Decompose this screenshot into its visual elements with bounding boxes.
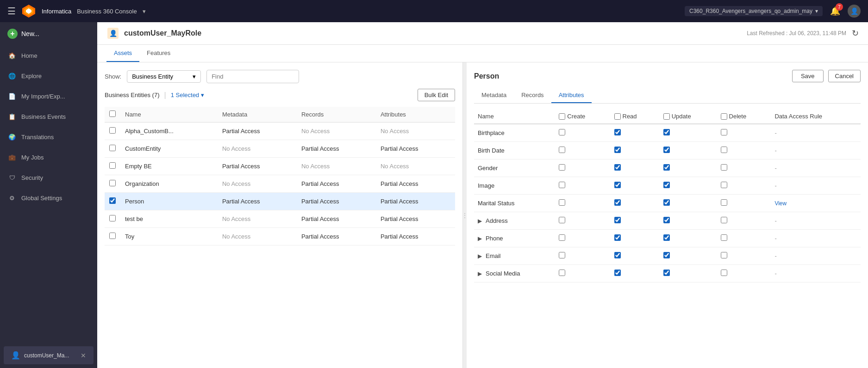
entity-attributes: Partial Access — [376, 228, 455, 245]
attr-delete-checkbox-social[interactable] — [721, 270, 727, 276]
attr-read-checkbox-marital[interactable] — [614, 199, 621, 206]
expand-arrow-icon[interactable]: ▶ — [478, 270, 482, 277]
attr-create-checkbox-email[interactable] — [559, 252, 565, 258]
search-input[interactable] — [206, 70, 299, 83]
filter-select[interactable]: Business Entity ▾ — [127, 70, 201, 83]
row-checkbox-alpha[interactable] — [109, 127, 116, 134]
attr-create-checkbox-birthdate[interactable] — [559, 147, 565, 153]
attr-update-checkbox-birthplace[interactable] — [663, 129, 670, 135]
active-role-item[interactable]: 👤 customUser_Ma... ✕ — [4, 346, 94, 364]
sidebar-item-events[interactable]: 📋 Business Events — [0, 106, 97, 127]
notification-button[interactable]: 🔔 7 — [830, 6, 840, 16]
console-dropdown-icon[interactable]: ▾ — [143, 8, 146, 15]
row-checkbox-custom[interactable] — [109, 145, 116, 151]
attr-delete-checkbox-birthplace[interactable] — [721, 129, 727, 135]
attr-create-checkbox-marital[interactable] — [559, 199, 565, 206]
sidebar-item-import[interactable]: 📄 My Import/Exp... — [0, 86, 97, 106]
selected-dropdown-icon: ▾ — [201, 92, 204, 98]
page-title: customUser_MayRole — [124, 29, 201, 37]
attr-update-checkbox-gender[interactable] — [663, 164, 670, 171]
table-count: Business Entities (7) — [105, 92, 160, 98]
attr-read-checkbox-image[interactable] — [614, 182, 621, 188]
attr-delete-checkbox-email[interactable] — [721, 252, 727, 258]
attr-read-checkbox-birthdate[interactable] — [614, 147, 621, 153]
attr-read-checkbox-phone[interactable] — [614, 234, 621, 241]
new-button[interactable]: + New... — [0, 22, 97, 45]
hamburger-icon[interactable]: ☰ — [7, 6, 16, 17]
attr-create-checkbox-social[interactable] — [559, 270, 565, 276]
bulk-edit-button[interactable]: Bulk Edit — [418, 89, 455, 101]
right-tab-records[interactable]: Records — [514, 88, 551, 103]
attr-update-checkbox-marital[interactable] — [663, 199, 670, 206]
role-close-icon[interactable]: ✕ — [81, 352, 86, 359]
attr-delete-checkbox-image[interactable] — [721, 182, 727, 188]
translations-icon: 🌍 — [7, 132, 17, 141]
sidebar-item-security[interactable]: 🛡 Security — [0, 167, 97, 188]
attr-create-checkbox-birthplace[interactable] — [559, 129, 565, 135]
sidebar-item-translations[interactable]: 🌍 Translations — [0, 127, 97, 147]
expand-arrow-icon[interactable]: ▶ — [478, 235, 482, 242]
cancel-button[interactable]: Cancel — [828, 70, 861, 82]
attr-create-checkbox-gender[interactable] — [559, 164, 565, 171]
attr-create-checkbox-image[interactable] — [559, 182, 565, 188]
filter-dropdown-icon: ▾ — [193, 73, 196, 80]
attr-delete-checkbox-phone[interactable] — [721, 234, 727, 241]
table-row: OrganizationNo AccessPartial AccessParti… — [105, 175, 455, 193]
attr-create-checkbox-phone[interactable] — [559, 234, 565, 241]
row-checkbox-toy[interactable] — [109, 233, 116, 239]
row-checkbox-org[interactable] — [109, 180, 116, 186]
attr-update-checkbox-image[interactable] — [663, 182, 670, 188]
read-all-checkbox[interactable] — [614, 113, 621, 120]
attr-read-checkbox-birthplace[interactable] — [614, 129, 621, 135]
attr-delete-checkbox-gender[interactable] — [721, 164, 727, 171]
delete-all-checkbox[interactable] — [721, 113, 727, 120]
tab-features[interactable]: Features — [139, 45, 178, 62]
user-avatar[interactable]: 👤 — [848, 5, 861, 18]
refresh-icon[interactable]: ↻ — [852, 28, 859, 38]
sidebar-item-label-home: Home — [21, 52, 37, 59]
attr-update-checkbox-phone[interactable] — [663, 234, 670, 241]
attr-update-checkbox-email[interactable] — [663, 252, 670, 258]
table-header-row: Name Metadata Records Attributes — [105, 107, 455, 123]
selected-badge[interactable]: 1 Selected ▾ — [171, 92, 204, 98]
attr-rule-cell: - — [771, 247, 861, 265]
attr-delete-checkbox-address[interactable] — [721, 217, 727, 223]
attr-delete-checkbox-marital[interactable] — [721, 199, 727, 206]
right-tab-metadata[interactable]: Metadata — [474, 88, 514, 103]
attr-rule-cell: - — [771, 159, 861, 177]
expand-arrow-icon[interactable]: ▶ — [478, 253, 482, 259]
attr-read-checkbox-address[interactable] — [614, 217, 621, 223]
attr-update-checkbox-social[interactable] — [663, 270, 670, 276]
row-checkbox-testbe[interactable] — [109, 215, 116, 221]
save-button[interactable]: Save — [792, 70, 824, 82]
filter-row: Show: Business Entity ▾ — [105, 70, 455, 83]
entity-metadata: No Access — [218, 210, 297, 228]
create-all-checkbox[interactable] — [559, 113, 565, 120]
tab-assets[interactable]: Assets — [106, 45, 139, 62]
attr-read-checkbox-email[interactable] — [614, 252, 621, 258]
expand-arrow-icon[interactable]: ▶ — [478, 218, 482, 224]
panel-resizer[interactable]: ⋮ — [463, 62, 467, 368]
update-all-checkbox[interactable] — [663, 113, 670, 120]
attr-update-checkbox-birthdate[interactable] — [663, 147, 670, 153]
sidebar-item-settings[interactable]: ⚙ Global Settings — [0, 188, 97, 208]
select-all-checkbox[interactable] — [109, 110, 116, 117]
table-row: Alpha_CustomB...Partial AccessNo AccessN… — [105, 123, 455, 140]
sidebar-item-explore[interactable]: 🌐 Explore — [0, 66, 97, 86]
attr-update-checkbox-address[interactable] — [663, 217, 670, 223]
right-tab-attributes[interactable]: Attributes — [551, 88, 592, 103]
attr-rule-link[interactable]: View — [774, 200, 787, 207]
topbar: ☰ Informatica Business 360 Console ▾ C36… — [0, 0, 868, 22]
sidebar-item-label-security: Security — [21, 174, 43, 181]
entity-records: Partial Access — [297, 193, 376, 210]
row-checkbox-person[interactable] — [109, 197, 116, 204]
attr-read-checkbox-gender[interactable] — [614, 164, 621, 171]
entity-attributes: Partial Access — [376, 193, 455, 210]
attr-create-checkbox-address[interactable] — [559, 217, 565, 223]
org-selector[interactable]: C360_R360_Avengers_avengers_qo_admin_may… — [685, 6, 823, 16]
attr-read-checkbox-social[interactable] — [614, 270, 621, 276]
row-checkbox-empty[interactable] — [109, 162, 116, 169]
sidebar-item-home[interactable]: 🏠 Home — [0, 45, 97, 66]
sidebar-item-jobs[interactable]: 💼 My Jobs — [0, 147, 97, 167]
attr-delete-checkbox-birthdate[interactable] — [721, 147, 727, 153]
